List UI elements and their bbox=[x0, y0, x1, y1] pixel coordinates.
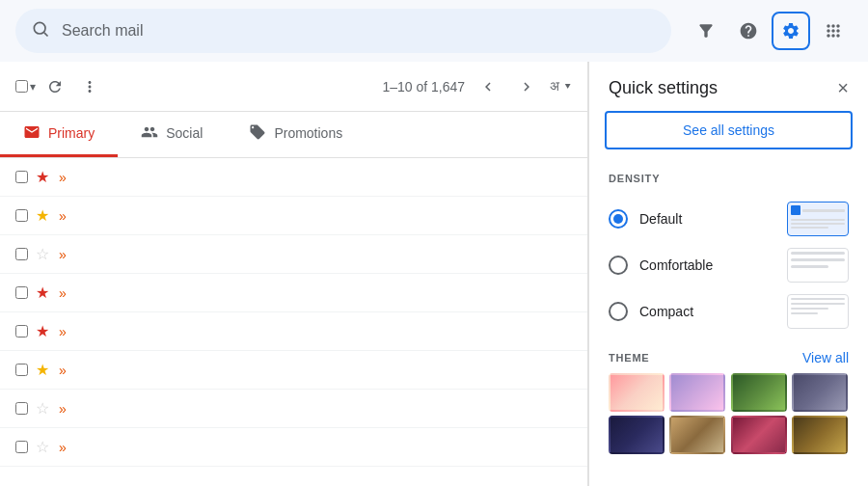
main-content: ▾ 1–10 of 1,647 अ ▾ bbox=[0, 62, 868, 486]
density-default-preview bbox=[787, 202, 849, 236]
star-icon[interactable]: ★ bbox=[36, 168, 49, 186]
theme-thumb-3[interactable] bbox=[731, 373, 787, 412]
theme-grid bbox=[609, 373, 849, 454]
theme-thumb-8[interactable] bbox=[792, 416, 848, 454]
language-icon: अ ▾ bbox=[550, 78, 572, 94]
density-comfortable-radio[interactable] bbox=[609, 256, 628, 275]
email-row[interactable]: ★ » bbox=[0, 312, 587, 351]
email-row[interactable]: ☆ » bbox=[0, 235, 587, 274]
density-options: Default Comfortable bbox=[589, 188, 868, 342]
toolbar-left: ▾ bbox=[15, 71, 105, 102]
star-icon[interactable]: ☆ bbox=[36, 245, 49, 263]
inbox-tabs: Primary Social Promotions bbox=[0, 112, 587, 158]
email-row[interactable]: ★ » bbox=[0, 197, 587, 235]
select-all-area[interactable]: ▾ bbox=[15, 80, 36, 94]
theme-section-title: THEME bbox=[609, 352, 650, 364]
search-label: Search mail bbox=[62, 22, 143, 40]
filter-button[interactable] bbox=[687, 12, 725, 50]
see-all-settings-button[interactable]: See all settings bbox=[605, 111, 853, 149]
promotions-tab-icon bbox=[249, 123, 266, 144]
email-checkbox[interactable] bbox=[15, 248, 28, 260]
pagination-text: 1–10 of 1,647 bbox=[382, 79, 465, 94]
importance-icon: » bbox=[59, 401, 67, 417]
select-chevron[interactable]: ▾ bbox=[30, 80, 36, 94]
social-tab-icon bbox=[141, 123, 158, 144]
email-checkbox[interactable] bbox=[15, 286, 28, 299]
theme-thumb-6[interactable] bbox=[669, 416, 725, 454]
radio-inner bbox=[613, 214, 623, 224]
tab-primary-label: Primary bbox=[48, 125, 95, 141]
importance-icon: » bbox=[59, 247, 67, 262]
qs-close-button[interactable]: × bbox=[837, 77, 849, 99]
email-row[interactable]: ★ » bbox=[0, 351, 587, 390]
importance-icon: » bbox=[59, 208, 67, 224]
density-default-radio[interactable] bbox=[609, 209, 628, 229]
theme-section: THEME View all bbox=[589, 342, 868, 466]
importance-icon: » bbox=[59, 170, 67, 185]
theme-thumb-7[interactable] bbox=[731, 416, 787, 454]
star-icon[interactable]: ★ bbox=[36, 284, 49, 302]
star-icon[interactable]: ★ bbox=[36, 206, 49, 225]
search-icon bbox=[31, 19, 50, 42]
tab-social-label: Social bbox=[166, 125, 203, 141]
star-icon[interactable]: ☆ bbox=[36, 438, 49, 456]
tab-promotions-label: Promotions bbox=[274, 125, 342, 141]
quick-settings-panel: Quick settings × See all settings DENSIT… bbox=[588, 62, 868, 486]
theme-thumb-2[interactable] bbox=[669, 373, 725, 412]
svg-line-1 bbox=[44, 33, 48, 37]
qs-header: Quick settings × bbox=[589, 62, 868, 111]
refresh-button[interactable] bbox=[40, 71, 70, 102]
importance-icon: » bbox=[59, 363, 67, 378]
email-checkbox[interactable] bbox=[15, 364, 28, 376]
apps-button[interactable] bbox=[814, 12, 853, 50]
header-icons bbox=[687, 12, 853, 50]
density-comfortable-preview bbox=[787, 248, 849, 283]
toolbar-right: 1–10 of 1,647 अ ▾ bbox=[382, 71, 572, 102]
email-row[interactable]: ★ » bbox=[0, 274, 587, 312]
star-icon[interactable]: ★ bbox=[36, 361, 49, 379]
email-row[interactable]: ☆ » bbox=[0, 428, 587, 467]
email-list: ★ » ★ » ☆ » ★ » ★ » bbox=[0, 158, 587, 467]
email-checkbox[interactable] bbox=[15, 171, 28, 183]
density-default-label: Default bbox=[639, 211, 775, 227]
density-compact-label: Compact bbox=[639, 304, 775, 319]
importance-icon: » bbox=[59, 440, 67, 455]
email-row[interactable]: ★ » bbox=[0, 158, 587, 197]
primary-tab-icon bbox=[23, 123, 41, 144]
next-page-button[interactable] bbox=[511, 71, 542, 102]
email-checkbox[interactable] bbox=[15, 209, 28, 222]
email-checkbox[interactable] bbox=[15, 441, 28, 453]
svg-point-0 bbox=[34, 22, 45, 34]
density-comfortable[interactable]: Comfortable bbox=[609, 242, 849, 288]
email-row[interactable]: ☆ » bbox=[0, 390, 587, 428]
email-checkbox[interactable] bbox=[15, 325, 28, 338]
select-all-checkbox[interactable] bbox=[15, 80, 28, 93]
tab-primary[interactable]: Primary bbox=[0, 112, 118, 157]
view-all-themes-button[interactable]: View all bbox=[802, 350, 849, 365]
qs-title: Quick settings bbox=[609, 78, 718, 98]
theme-header: THEME View all bbox=[609, 350, 849, 365]
help-button[interactable] bbox=[729, 12, 768, 50]
density-section-title: DENSITY bbox=[589, 165, 868, 188]
more-options-button[interactable] bbox=[74, 71, 105, 102]
email-panel: ▾ 1–10 of 1,647 अ ▾ bbox=[0, 62, 588, 486]
importance-icon: » bbox=[59, 285, 67, 301]
theme-thumb-1[interactable] bbox=[609, 373, 665, 412]
search-bar[interactable]: Search mail bbox=[15, 9, 671, 53]
tab-promotions[interactable]: Promotions bbox=[226, 112, 366, 157]
star-icon[interactable]: ☆ bbox=[36, 399, 49, 418]
tab-social[interactable]: Social bbox=[118, 112, 226, 157]
prev-page-button[interactable] bbox=[473, 71, 503, 102]
density-default[interactable]: Default bbox=[609, 196, 849, 242]
density-comfortable-label: Comfortable bbox=[639, 257, 775, 273]
star-icon[interactable]: ★ bbox=[36, 322, 49, 340]
importance-icon: » bbox=[59, 324, 67, 339]
theme-thumb-4[interactable] bbox=[792, 373, 848, 412]
email-checkbox[interactable] bbox=[15, 402, 28, 415]
density-compact-radio[interactable] bbox=[609, 302, 628, 321]
settings-button[interactable] bbox=[772, 12, 810, 50]
theme-thumb-5[interactable] bbox=[609, 416, 665, 454]
app-header: Search mail bbox=[0, 0, 868, 62]
density-compact[interactable]: Compact bbox=[609, 288, 849, 335]
email-toolbar: ▾ 1–10 of 1,647 अ ▾ bbox=[0, 62, 587, 112]
